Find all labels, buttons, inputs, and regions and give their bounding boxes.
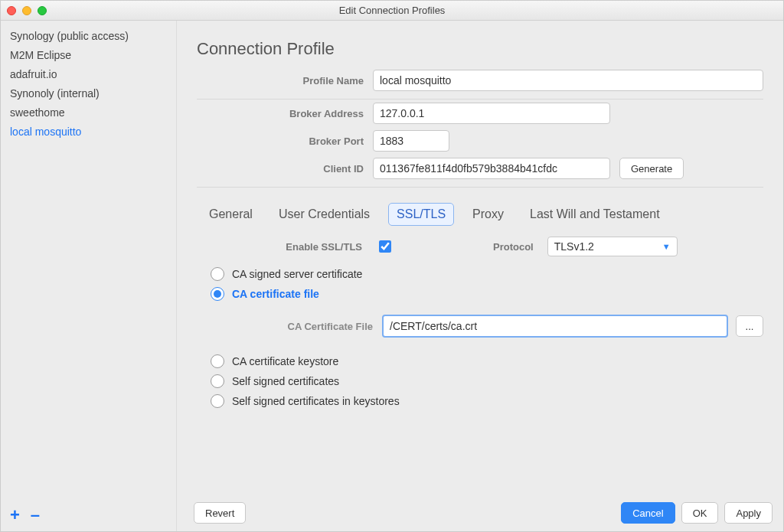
profile-name-input[interactable]	[373, 70, 763, 91]
add-profile-button[interactable]: +	[10, 507, 20, 524]
tab-user-credentials[interactable]: User Credentials	[271, 204, 377, 225]
ca-cert-file-input[interactable]	[382, 315, 728, 338]
profile-name-label: Profile Name	[197, 75, 373, 86]
sidebar-footer: + –	[1, 499, 176, 531]
traffic-lights	[7, 6, 47, 15]
profile-list: Synology (public access) M2M Eclipse ada…	[1, 21, 176, 499]
client-id-input[interactable]	[373, 158, 610, 179]
window: Edit Connection Profiles Synology (publi…	[0, 0, 784, 532]
sidebar-item[interactable]: sweethome	[1, 103, 176, 122]
body: Synology (public access) M2M Eclipse ada…	[1, 21, 783, 531]
separator	[197, 99, 763, 100]
sidebar-item[interactable]: Synonoly (internal)	[1, 84, 176, 103]
tab-general[interactable]: General	[201, 204, 260, 225]
tab-ssl-tls[interactable]: SSL/TLS	[388, 203, 454, 226]
radio-label: Self signed certificates in keystores	[232, 395, 400, 407]
minimize-icon[interactable]	[22, 6, 31, 15]
broker-address-input[interactable]	[373, 103, 610, 124]
broker-port-input[interactable]	[373, 130, 449, 152]
protocol-select[interactable]: TLSv1.2 ▼	[547, 237, 678, 256]
ok-button[interactable]: OK	[681, 502, 719, 524]
titlebar: Edit Connection Profiles	[1, 1, 783, 21]
sidebar-item-selected[interactable]: local mosquitto	[1, 122, 176, 142]
radio-label: CA certificate keystore	[232, 355, 338, 367]
radio-ca-signed[interactable]	[211, 267, 224, 281]
sidebar-item[interactable]: M2M Eclipse	[1, 46, 176, 65]
broker-address-label: Broker Address	[197, 108, 373, 119]
separator	[197, 187, 763, 188]
radio-label: CA certificate file	[232, 288, 319, 300]
main-inner: Connection Profile Profile Name Broker A…	[177, 21, 783, 494]
page-title: Connection Profile	[197, 39, 763, 59]
radio-label: Self signed certificates	[232, 375, 339, 387]
ssl-panel: Enable SSL/TLS Protocol TLSv1.2 ▼ CA sig…	[197, 233, 763, 408]
radio-self-signed[interactable]	[211, 374, 224, 388]
radio-ca-keystore[interactable]	[211, 354, 224, 368]
cancel-button[interactable]: Cancel	[621, 502, 675, 524]
tabs: General User Credentials SSL/TLS Proxy L…	[197, 191, 763, 233]
tab-last-will[interactable]: Last Will and Testament	[522, 204, 668, 225]
zoom-icon[interactable]	[38, 6, 47, 15]
radio-label: CA signed server certificate	[232, 268, 362, 280]
apply-button[interactable]: Apply	[724, 502, 773, 524]
footer: Revert Cancel OK Apply	[177, 494, 783, 531]
protocol-value: TLSv1.2	[554, 240, 594, 253]
sidebar-item[interactable]: Synology (public access)	[1, 27, 176, 46]
main: Connection Profile Profile Name Broker A…	[177, 21, 783, 531]
cert-radio-group-2: CA certificate keystore Self signed cert…	[207, 354, 763, 408]
window-title: Edit Connection Profiles	[1, 5, 783, 16]
browse-button[interactable]: ...	[736, 315, 763, 337]
sidebar-item[interactable]: adafruit.io	[1, 65, 176, 84]
revert-button[interactable]: Revert	[194, 502, 246, 524]
protocol-label: Protocol	[493, 241, 534, 253]
tab-proxy[interactable]: Proxy	[465, 204, 511, 225]
close-icon[interactable]	[7, 6, 16, 15]
enable-ssl-label: Enable SSL/TLS	[207, 241, 368, 253]
cert-radio-group: CA signed server certificate CA certific…	[207, 267, 763, 301]
radio-self-signed-keystore[interactable]	[211, 394, 224, 408]
client-id-label: Client ID	[197, 163, 373, 175]
broker-port-label: Broker Port	[197, 135, 373, 147]
chevron-down-icon: ▼	[662, 242, 671, 251]
ca-cert-file-label: CA Certificate File	[207, 321, 382, 332]
generate-button[interactable]: Generate	[619, 158, 684, 179]
enable-ssl-checkbox[interactable]	[379, 240, 391, 253]
sidebar: Synology (public access) M2M Eclipse ada…	[1, 21, 177, 531]
radio-ca-file[interactable]	[211, 287, 224, 301]
remove-profile-button[interactable]: –	[31, 507, 40, 524]
